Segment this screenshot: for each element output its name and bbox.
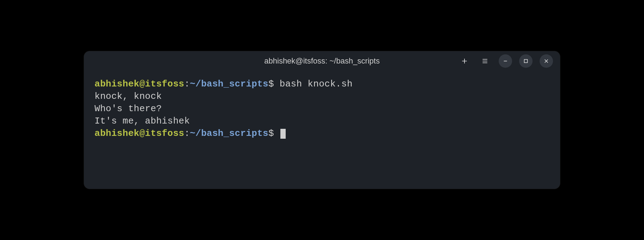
output-line-2: Who's there?: [95, 103, 549, 115]
titlebar: abhishek@itsfoss: ~/bash_scripts: [84, 51, 560, 71]
minimize-icon[interactable]: [499, 54, 512, 68]
svg-rect-6: [524, 60, 528, 63]
window-title: abhishek@itsfoss: ~/bash_scripts: [264, 56, 379, 66]
terminal-body[interactable]: abhishek@itsfoss:~/bash_scripts$ bash kn…: [84, 71, 560, 147]
maximize-icon[interactable]: [519, 54, 533, 68]
menu-icon[interactable]: [478, 54, 492, 68]
prompt-line-2: abhishek@itsfoss:~/bash_scripts$: [95, 127, 549, 140]
command-text: bash knock.sh: [274, 79, 353, 89]
prompt-dollar: $: [268, 128, 274, 139]
prompt-user-host: abhishek@itsfoss: [95, 79, 184, 89]
prompt-line-1: abhishek@itsfoss:~/bash_scripts$ bash kn…: [95, 78, 549, 90]
cursor-block: [280, 129, 286, 139]
prompt-colon: :: [184, 128, 190, 139]
terminal-window: abhishek@itsfoss: ~/bash_scripts abhishe…: [84, 51, 560, 189]
prompt-path: ~/bash_scripts: [190, 79, 268, 89]
window-controls: [458, 54, 553, 68]
new-tab-icon[interactable]: [458, 54, 471, 68]
output-line-1: knock, knock: [95, 90, 549, 103]
output-line-3: It's me, abhishek: [95, 115, 549, 127]
command-text: [274, 128, 280, 139]
prompt-colon: :: [184, 79, 190, 89]
prompt-user-host: abhishek@itsfoss: [95, 128, 184, 139]
prompt-path: ~/bash_scripts: [190, 128, 268, 139]
close-icon[interactable]: [540, 54, 553, 68]
prompt-dollar: $: [268, 79, 274, 89]
